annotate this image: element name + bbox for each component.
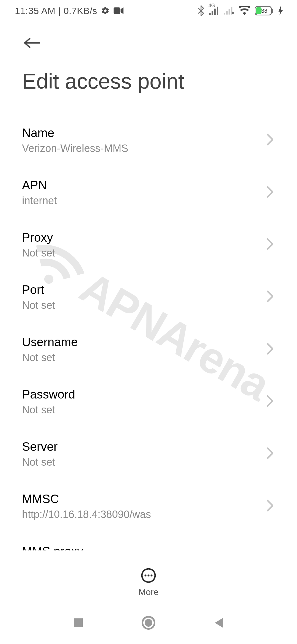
row-label: Port xyxy=(22,283,261,297)
row-value: Not set xyxy=(22,456,261,468)
status-bar-left: 11:35 AM | 0.7KB/s xyxy=(15,6,123,16)
signal-1-icon: 4G xyxy=(209,7,219,15)
triangle-left-icon xyxy=(213,617,224,629)
battery-pct: 38 xyxy=(261,8,267,14)
page-title: Edit access point xyxy=(22,69,184,94)
circle-icon xyxy=(141,616,156,630)
chevron-right-icon xyxy=(266,395,274,408)
status-time: 11:35 AM | 0.7KB/s xyxy=(15,6,97,16)
status-bar: 11:35 AM | 0.7KB/s 4G xyxy=(0,0,297,21)
chevron-right-icon xyxy=(266,290,274,304)
apn-settings-list: Name Verizon-Wireless-MMS APN internet P… xyxy=(0,114,297,550)
row-password[interactable]: Password Not set xyxy=(0,375,297,428)
chevron-right-icon xyxy=(266,343,274,356)
row-value: Not set xyxy=(22,404,261,416)
charging-icon xyxy=(278,6,283,15)
row-label: APN xyxy=(22,178,261,192)
chevron-right-icon xyxy=(266,238,274,251)
row-name[interactable]: Name Verizon-Wireless-MMS xyxy=(0,114,297,166)
status-time-text: 11:35 AM xyxy=(15,6,56,16)
svg-rect-8 xyxy=(74,618,83,627)
gear-icon xyxy=(101,6,110,15)
status-bar-right: 4G 38 xyxy=(197,5,283,16)
signal-2-icon xyxy=(224,7,234,15)
row-label: Username xyxy=(22,335,261,349)
square-icon xyxy=(73,617,84,628)
more-button[interactable]: More xyxy=(139,568,159,597)
more-icon xyxy=(141,568,156,583)
row-value: Not set xyxy=(22,247,261,259)
svg-point-5 xyxy=(145,575,147,577)
app-bar xyxy=(22,33,42,53)
chevron-right-icon xyxy=(266,133,274,147)
status-divider: | xyxy=(58,6,64,16)
row-value: Not set xyxy=(22,352,261,364)
row-value: http://10.16.18.4:38090/was xyxy=(22,509,261,520)
chevron-right-icon xyxy=(266,500,274,513)
svg-point-7 xyxy=(151,575,153,577)
row-mms-proxy[interactable]: MMS proxy 10.16.18.77 xyxy=(0,532,297,550)
divider xyxy=(0,601,297,601)
row-port[interactable]: Port Not set xyxy=(0,271,297,323)
more-label: More xyxy=(139,587,159,597)
row-proxy[interactable]: Proxy Not set xyxy=(0,219,297,271)
row-value: Not set xyxy=(22,299,261,311)
status-netspeed: 0.7KB/s xyxy=(64,6,97,16)
row-username[interactable]: Username Not set xyxy=(0,323,297,375)
chevron-right-icon xyxy=(266,186,274,199)
row-server[interactable]: Server Not set xyxy=(0,428,297,480)
nav-recent-button[interactable] xyxy=(73,617,84,629)
back-button[interactable] xyxy=(22,33,42,53)
row-label: MMS proxy xyxy=(22,544,261,551)
nav-back-button[interactable] xyxy=(213,617,224,630)
row-label: MMSC xyxy=(22,492,261,506)
row-mmsc[interactable]: MMSC http://10.16.18.4:38090/was xyxy=(0,480,297,532)
row-label: Name xyxy=(22,126,261,140)
svg-point-10 xyxy=(145,619,152,627)
svg-rect-3 xyxy=(272,9,273,13)
signal-1-label: 4G xyxy=(208,3,215,9)
battery-icon: 38 xyxy=(255,6,274,15)
svg-rect-2 xyxy=(256,7,262,14)
arrow-left-icon xyxy=(23,37,41,49)
system-nav-bar xyxy=(0,603,297,644)
bottom-action-bar: More xyxy=(0,568,297,597)
chevron-right-icon xyxy=(266,447,274,460)
row-value: Verizon-Wireless-MMS xyxy=(22,143,261,154)
nav-home-button[interactable] xyxy=(141,616,156,631)
row-label: Proxy xyxy=(22,231,261,244)
bluetooth-icon xyxy=(197,5,205,16)
svg-point-6 xyxy=(148,575,150,577)
row-value: internet xyxy=(22,195,261,207)
video-icon xyxy=(114,7,123,14)
wifi-icon xyxy=(239,6,250,15)
row-apn[interactable]: APN internet xyxy=(0,166,297,219)
row-label: Password xyxy=(22,388,261,401)
row-label: Server xyxy=(22,440,261,454)
svg-rect-0 xyxy=(114,7,120,14)
